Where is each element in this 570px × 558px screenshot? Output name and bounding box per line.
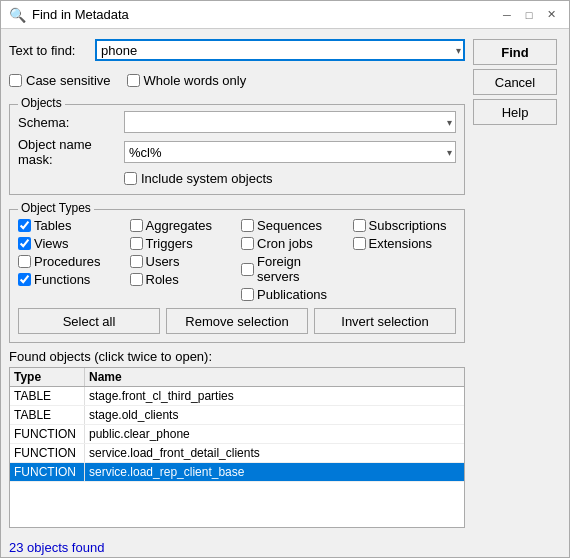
action-buttons-row: Select all Remove selection Invert selec… <box>18 308 456 334</box>
table-row[interactable]: FUNCTION service.load_rep_client_base <box>10 463 464 482</box>
whole-words-label: Whole words only <box>144 73 247 88</box>
type-foreign-servers-checkbox[interactable] <box>241 263 254 276</box>
text-to-find-row: Text to find: ▾ <box>9 39 465 61</box>
remove-selection-button[interactable]: Remove selection <box>166 308 308 334</box>
type-views-checkbox[interactable] <box>18 237 31 250</box>
row-type: TABLE <box>10 387 85 405</box>
row-name: service.load_front_detail_clients <box>85 444 464 462</box>
type-publications-label: Publications <box>257 287 327 302</box>
row-name: service.load_rep_client_base <box>85 463 464 481</box>
type-triggers-label: Triggers <box>146 236 193 251</box>
type-procedures-checkbox[interactable] <box>18 255 31 268</box>
row-name: public.clear_phone <box>85 425 464 443</box>
whole-words-checkbox[interactable] <box>127 74 140 87</box>
type-publications-checkbox[interactable] <box>241 288 254 301</box>
row-type: FUNCTION <box>10 425 85 443</box>
case-sensitive-checkbox[interactable] <box>9 74 22 87</box>
schema-combo-wrapper: ▾ <box>124 111 456 133</box>
text-to-find-input-wrapper: ▾ <box>95 39 465 61</box>
table-row[interactable]: TABLE stage.old_clients <box>10 406 464 425</box>
select-all-button[interactable]: Select all <box>18 308 160 334</box>
object-types-col-2: Aggregates Triggers Users Roles <box>130 218 234 302</box>
cancel-button[interactable]: Cancel <box>473 69 557 95</box>
row-name: stage.front_cl_third_parties <box>85 387 464 405</box>
row-type: TABLE <box>10 406 85 424</box>
type-roles-checkbox[interactable] <box>130 273 143 286</box>
titlebar-controls: ─ □ ✕ <box>497 7 561 23</box>
type-users-checkbox[interactable] <box>130 255 143 268</box>
type-sequences-checkbox[interactable] <box>241 219 254 232</box>
status-text: 23 objects found <box>9 540 104 555</box>
main-content: Text to find: ▾ Case sensitive Whole wor… <box>1 29 569 536</box>
type-procedures-label: Procedures <box>34 254 100 269</box>
object-types-grid: Tables Views Procedures Functions <box>18 218 456 302</box>
type-subscriptions-checkbox[interactable] <box>353 219 366 232</box>
object-name-mask-label: Object name mask: <box>18 137 118 167</box>
type-foreign-servers-row: Foreign servers <box>241 254 345 284</box>
found-objects-section: Found objects (click twice to open): Typ… <box>9 349 465 528</box>
object-name-mask-wrapper: %cl% ▾ <box>124 141 456 163</box>
text-to-find-input[interactable] <box>95 39 465 61</box>
restore-button[interactable]: □ <box>519 7 539 23</box>
table-row[interactable]: FUNCTION public.clear_phone <box>10 425 464 444</box>
type-views-label: Views <box>34 236 68 251</box>
type-aggregates-checkbox[interactable] <box>130 219 143 232</box>
object-name-mask-row: Object name mask: %cl% ▾ <box>18 137 456 167</box>
checkboxes-row: Case sensitive Whole words only <box>9 71 465 88</box>
type-tables-label: Tables <box>34 218 72 233</box>
type-aggregates-row: Aggregates <box>130 218 234 233</box>
type-functions-checkbox[interactable] <box>18 273 31 286</box>
row-type: FUNCTION <box>10 463 85 481</box>
left-panel: Text to find: ▾ Case sensitive Whole wor… <box>9 39 465 528</box>
schema-label: Schema: <box>18 115 118 130</box>
minimize-button[interactable]: ─ <box>497 7 517 23</box>
row-name: stage.old_clients <box>85 406 464 424</box>
row-type: FUNCTION <box>10 444 85 462</box>
type-users-label: Users <box>146 254 180 269</box>
include-system-objects-row: Include system objects <box>124 171 456 186</box>
include-system-objects-checkbox[interactable] <box>124 172 137 185</box>
type-sequences-row: Sequences <box>241 218 345 233</box>
type-tables-row: Tables <box>18 218 122 233</box>
window-title: Find in Metadata <box>32 7 491 22</box>
type-subscriptions-row: Subscriptions <box>353 218 457 233</box>
table-header: Type Name <box>10 368 464 387</box>
type-triggers-checkbox[interactable] <box>130 237 143 250</box>
objects-group: Objects Schema: ▾ Object name mask: %c <box>9 104 465 195</box>
object-name-mask-select[interactable]: %cl% <box>124 141 456 163</box>
titlebar: 🔍 Find in Metadata ─ □ ✕ <box>1 1 569 29</box>
object-types-group-label: Object Types <box>18 201 94 215</box>
type-cronjobs-checkbox[interactable] <box>241 237 254 250</box>
invert-selection-button[interactable]: Invert selection <box>314 308 456 334</box>
type-sequences-label: Sequences <box>257 218 322 233</box>
close-button[interactable]: ✕ <box>541 7 561 23</box>
type-extensions-row: Extensions <box>353 236 457 251</box>
type-aggregates-label: Aggregates <box>146 218 213 233</box>
type-triggers-row: Triggers <box>130 236 234 251</box>
type-functions-row: Functions <box>18 272 122 287</box>
objects-group-label: Objects <box>18 96 65 110</box>
object-types-group: Object Types Tables Views <box>9 209 465 343</box>
type-views-row: Views <box>18 236 122 251</box>
find-button[interactable]: Find <box>473 39 557 65</box>
window: 🔍 Find in Metadata ─ □ ✕ Text to find: ▾ <box>0 0 570 558</box>
type-publications-row: Publications <box>241 287 345 302</box>
help-button[interactable]: Help <box>473 99 557 125</box>
table-row[interactable]: TABLE stage.front_cl_third_parties <box>10 387 464 406</box>
type-cronjobs-label: Cron jobs <box>257 236 313 251</box>
type-extensions-checkbox[interactable] <box>353 237 366 250</box>
type-procedures-row: Procedures <box>18 254 122 269</box>
type-functions-label: Functions <box>34 272 90 287</box>
found-objects-table: Type Name TABLE stage.front_cl_third_par… <box>9 367 465 528</box>
type-extensions-label: Extensions <box>369 236 433 251</box>
schema-select[interactable] <box>124 111 456 133</box>
header-name: Name <box>85 368 464 386</box>
type-tables-checkbox[interactable] <box>18 219 31 232</box>
side-panel: Find Cancel Help <box>473 39 561 528</box>
table-row[interactable]: FUNCTION service.load_front_detail_clien… <box>10 444 464 463</box>
object-types-col-3: Sequences Cron jobs Foreign servers <box>241 218 345 302</box>
found-objects-label: Found objects (click twice to open): <box>9 349 465 364</box>
text-to-find-label: Text to find: <box>9 43 89 58</box>
table-body[interactable]: TABLE stage.front_cl_third_parties TABLE… <box>10 387 464 527</box>
whole-words-row: Whole words only <box>127 73 247 88</box>
